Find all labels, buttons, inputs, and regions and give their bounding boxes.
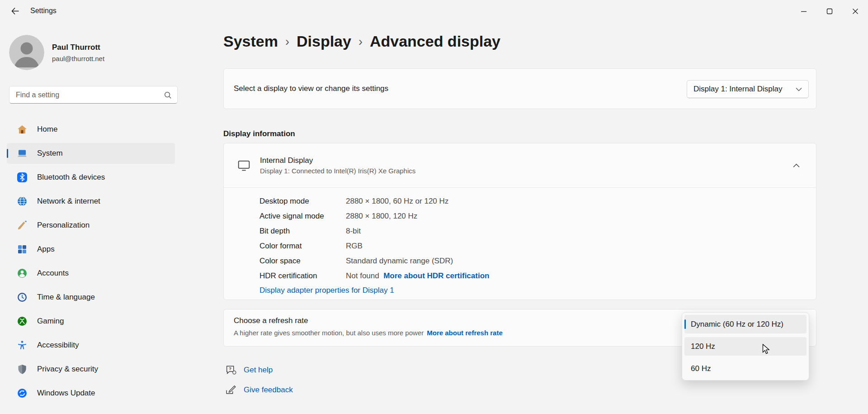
- detail-label: Bit depth: [259, 227, 346, 236]
- get-help-label: Get help: [244, 366, 273, 375]
- menu-item-120hz[interactable]: 120 Hz: [684, 337, 807, 356]
- sidebar-item-label: Time & language: [37, 293, 95, 302]
- system-icon: [17, 148, 28, 159]
- apps-icon: [17, 244, 28, 255]
- accounts-icon: [17, 268, 28, 279]
- close-button[interactable]: [842, 0, 868, 22]
- sidebar: Paul Thurrott paul@thurrott.net Home Sys…: [0, 22, 179, 414]
- menu-item-dynamic[interactable]: Dynamic (60 Hz or 120 Hz): [684, 315, 807, 333]
- detail-value: Standard dynamic range (SDR): [346, 257, 453, 266]
- sidebar-item-bluetooth-devices[interactable]: Bluetooth & devices: [7, 167, 175, 188]
- give-feedback-icon: [225, 384, 236, 395]
- get-help-link[interactable]: ? Get help: [225, 364, 273, 376]
- maximize-button[interactable]: [816, 0, 842, 22]
- detail-value: RGB: [346, 242, 363, 251]
- display-details: Desktop mode 2880 × 1800, 60 Hz or 120 H…: [224, 188, 816, 295]
- page-title: Advanced display: [370, 33, 500, 50]
- give-feedback-link[interactable]: Give feedback: [225, 384, 293, 395]
- sidebar-item-home[interactable]: Home: [7, 119, 175, 140]
- detail-label: Color space: [259, 257, 346, 266]
- selected-indicator: [7, 149, 8, 158]
- display-information-heading: Display information: [223, 129, 295, 138]
- refresh-rate-subtitle-text: A higher rate gives smoother motion, but…: [234, 329, 424, 337]
- detail-row-hdr-certification: HDR certification Not found More about H…: [259, 268, 816, 283]
- sidebar-item-gaming[interactable]: Gaming: [7, 311, 175, 332]
- detail-row-desktop-mode: Desktop mode 2880 × 1800, 60 Hz or 120 H…: [259, 194, 816, 209]
- detail-label: Color format: [259, 242, 346, 251]
- hdr-certification-link[interactable]: More about HDR certification: [383, 271, 489, 280]
- sidebar-item-windows-update[interactable]: Windows Update: [7, 383, 175, 404]
- personalization-icon: [17, 220, 28, 231]
- detail-value: 8-bit: [346, 227, 361, 236]
- detail-value: 2880 × 1800, 60 Hz or 120 Hz: [346, 197, 448, 206]
- sidebar-item-privacy-security[interactable]: Privacy & security: [7, 359, 175, 380]
- sidebar-item-apps[interactable]: Apps: [7, 239, 175, 260]
- sidebar-item-system[interactable]: System: [7, 143, 175, 164]
- sidebar-item-label: System: [37, 149, 63, 158]
- breadcrumb-display[interactable]: Display: [297, 33, 351, 50]
- detail-label: Active signal mode: [259, 212, 346, 221]
- hdr-status: Not found: [346, 271, 379, 280]
- home-icon: [17, 124, 28, 135]
- breadcrumb-system[interactable]: System: [223, 33, 278, 50]
- device-title: Internal Display: [260, 156, 787, 165]
- breadcrumb-chevron-icon: [359, 33, 363, 50]
- sidebar-item-label: Accessibility: [37, 341, 79, 350]
- sidebar-item-label: Bluetooth & devices: [37, 173, 105, 182]
- device-subtitle: Display 1: Connected to Intel(R) Iris(R)…: [260, 167, 787, 175]
- sidebar-item-time-language[interactable]: Time & language: [7, 287, 175, 308]
- sidebar-item-accounts[interactable]: Accounts: [7, 263, 175, 284]
- detail-value: 2880 × 1800, 120 Hz: [346, 212, 417, 221]
- windows-update-icon: [17, 388, 28, 399]
- chevron-up-icon: [793, 163, 800, 168]
- detail-value: Not found More about HDR certification: [346, 271, 489, 281]
- caption-buttons: [791, 0, 868, 22]
- refresh-rate-dropdown-menu: Dynamic (60 Hz or 120 Hz) 120 Hz 60 Hz: [682, 312, 809, 381]
- sidebar-item-network-internet[interactable]: Network & internet: [7, 191, 175, 212]
- sidebar-item-label: Accounts: [37, 269, 69, 278]
- sidebar-item-personalization[interactable]: Personalization: [7, 215, 175, 236]
- mouse-cursor: [762, 344, 772, 355]
- avatar: [9, 35, 44, 70]
- app-title: Settings: [30, 7, 57, 15]
- selection-indicator: [684, 319, 686, 329]
- give-feedback-label: Give feedback: [244, 385, 293, 395]
- breadcrumb-chevron-icon: [285, 33, 289, 50]
- sidebar-item-accessibility[interactable]: Accessibility: [7, 335, 175, 356]
- select-display-card: Select a display to view or change its s…: [223, 68, 816, 109]
- time-language-icon: [17, 292, 28, 303]
- network-icon: [17, 196, 28, 207]
- display-select-value: Display 1: Internal Display: [693, 85, 783, 94]
- display-adapter-properties-link[interactable]: Display adapter properties for Display 1: [259, 286, 394, 295]
- sidebar-item-label: Personalization: [37, 221, 90, 230]
- collapse-button[interactable]: [787, 158, 805, 173]
- close-icon: [852, 8, 859, 14]
- minimize-button[interactable]: [791, 0, 816, 22]
- user-email: paul@thurrott.net: [52, 55, 104, 62]
- sidebar-item-label: Network & internet: [37, 197, 100, 206]
- search-input[interactable]: [9, 91, 164, 99]
- internal-display-expander[interactable]: Internal Display Display 1: Connected to…: [224, 143, 816, 188]
- svg-text:?: ?: [229, 366, 231, 371]
- sidebar-item-label: Privacy & security: [37, 365, 98, 374]
- menu-item-60hz[interactable]: 60 Hz: [684, 359, 807, 378]
- menu-item-label: Dynamic (60 Hz or 120 Hz): [691, 320, 783, 329]
- titlebar: Settings: [0, 0, 868, 22]
- search-icon: [164, 91, 177, 99]
- chevron-down-icon: [796, 87, 802, 91]
- accessibility-icon: [17, 340, 28, 351]
- sidebar-item-label: Apps: [37, 245, 55, 254]
- back-button[interactable]: [5, 3, 24, 19]
- user-name: Paul Thurrott: [52, 43, 104, 52]
- display-select-dropdown[interactable]: Display 1: Internal Display: [687, 80, 809, 98]
- sidebar-nav: Home System Bluetooth & devices Network …: [7, 119, 175, 407]
- select-display-label: Select a display to view or change its s…: [234, 84, 388, 93]
- search-box: [9, 86, 178, 104]
- privacy-security-icon: [17, 364, 28, 375]
- detail-label: HDR certification: [259, 271, 346, 281]
- user-profile[interactable]: Paul Thurrott paul@thurrott.net: [9, 35, 104, 70]
- detail-row-bit-depth: Bit depth 8-bit: [259, 224, 816, 238]
- menu-item-label: 120 Hz: [691, 342, 715, 351]
- more-about-refresh-rate-link[interactable]: More about refresh rate: [427, 329, 503, 337]
- detail-row-color-space: Color space Standard dynamic range (SDR): [259, 253, 816, 268]
